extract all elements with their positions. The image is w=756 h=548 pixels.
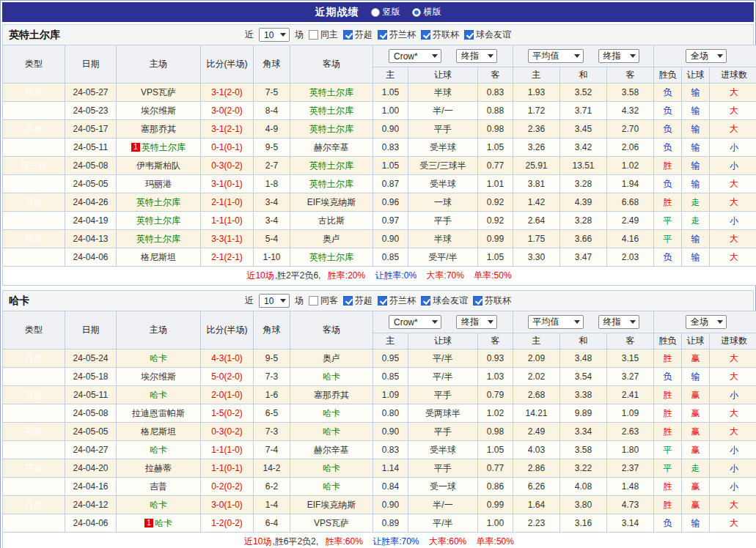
competition-checkbox-2[interactable]: 芬兰杯: [378, 295, 416, 307]
team-link[interactable]: 哈卡: [150, 445, 167, 455]
final-odds-select[interactable]: 终指: [598, 315, 639, 329]
matches-body: 芬超24-05-24哈卡4-3(1-0)9-5奥卢0.95平/半0.932.09…: [3, 349, 756, 533]
team-link[interactable]: 哈卡: [155, 518, 172, 528]
team-link[interactable]: 拉迪恩雷帕斯: [132, 408, 185, 418]
team-link[interactable]: EIF埃克纳斯: [307, 500, 356, 510]
cell-asian-handicap: 平手: [408, 423, 478, 441]
odds-company-select[interactable]: Crow*: [389, 315, 441, 329]
final-odds-select[interactable]: 终指: [456, 315, 497, 329]
team-link[interactable]: 奥卢: [323, 353, 340, 363]
team-header: 英特土尔库 近 10 场 同主 芬超 芬兰杯 芬联杯 球会友谊: [2, 24, 754, 45]
checkbox-checked-icon[interactable]: [343, 296, 353, 306]
competition-checkbox-1[interactable]: 芬超: [343, 295, 373, 307]
radio-horizontal-label: 横版: [424, 6, 441, 18]
team-link[interactable]: 伊韦斯柏队: [136, 160, 180, 171]
checkbox-checked-icon[interactable]: [464, 30, 474, 40]
team-link[interactable]: VPS瓦萨: [314, 518, 349, 528]
cell-euro-draw-odds: 3.42: [560, 138, 607, 157]
cell-match-result: 胜: [654, 478, 682, 496]
team-link[interactable]: 英特土尔库: [309, 87, 353, 97]
team-link[interactable]: 塞那乔其: [314, 390, 349, 400]
team-link[interactable]: 英特土尔库: [309, 179, 353, 189]
team-link[interactable]: 吉普: [150, 481, 167, 492]
team-link[interactable]: 哈卡: [323, 371, 340, 382]
competition-label: 球会友谊: [476, 29, 511, 41]
cell-goals-result: 小: [710, 386, 756, 404]
team-link[interactable]: 哈卡: [323, 426, 340, 437]
cell-goals-result: 大: [710, 193, 756, 212]
cell-score: 1-5(0-2): [201, 404, 254, 423]
cell-league-type: 芬超: [3, 368, 65, 386]
team-link[interactable]: 哈卡: [150, 390, 167, 400]
cell-date: 24-05-17: [65, 120, 117, 138]
team-link[interactable]: 哈卡: [323, 463, 340, 473]
team-link[interactable]: 英特土尔库: [309, 252, 353, 262]
radio-unselected-icon[interactable]: [371, 8, 380, 17]
cell-score: 1-1(1-0): [201, 212, 254, 230]
same-venue-checkbox[interactable]: 同客: [309, 295, 338, 307]
checkbox-checked-icon[interactable]: [421, 30, 430, 40]
team-link[interactable]: 埃尔维斯: [141, 371, 176, 382]
checkbox-checked-icon[interactable]: [343, 30, 353, 40]
team-link[interactable]: 赫尔辛基: [314, 142, 349, 152]
average-odds-select[interactable]: 平均值: [528, 49, 584, 63]
team-link[interactable]: 玛丽港: [145, 179, 172, 189]
checkbox-checked-icon[interactable]: [378, 296, 387, 306]
games-count-select[interactable]: 10: [259, 28, 290, 42]
fulltime-select[interactable]: 全场: [686, 315, 727, 329]
cell-goals-result: 大: [710, 102, 756, 120]
average-odds-select[interactable]: 平均值: [528, 315, 584, 329]
asian-odds-header: Crow* 终指: [373, 311, 513, 333]
competition-checkbox-2[interactable]: 芬兰杯: [378, 29, 416, 41]
checkbox-unchecked-icon[interactable]: [309, 30, 318, 40]
checkbox-checked-icon[interactable]: [378, 30, 387, 40]
team-link[interactable]: 塞那乔其: [141, 124, 176, 134]
competition-checkbox-3[interactable]: 球会友谊: [421, 295, 468, 307]
team-link[interactable]: 哈卡: [150, 500, 167, 510]
cell-home-team: VPS瓦萨: [117, 84, 201, 102]
team-link[interactable]: 拉赫蒂: [145, 463, 172, 473]
team-link[interactable]: 英特土尔库: [309, 105, 353, 116]
radio-vertical-layout[interactable]: 竖版: [371, 6, 400, 18]
cell-asian-away-odds: 1.00: [478, 514, 513, 533]
chevron-down-icon: [432, 54, 438, 58]
cell-asian-home-odds: 0.83: [373, 441, 408, 459]
team-link[interactable]: 英特土尔库: [136, 215, 180, 226]
fulltime-select[interactable]: 全场: [686, 49, 727, 63]
competition-checkbox-1[interactable]: 芬超: [343, 29, 373, 41]
cell-corners: 7-3: [254, 368, 290, 386]
col-score: 比分(半场): [201, 311, 254, 349]
competition-checkbox-4[interactable]: 芬联杯: [473, 295, 511, 307]
team-link[interactable]: 英特土尔库: [136, 234, 180, 244]
final-odds-select[interactable]: 终指: [456, 49, 497, 63]
team-link[interactable]: 奥卢: [323, 234, 340, 244]
checkbox-checked-icon[interactable]: [421, 296, 430, 306]
radio-selected-icon[interactable]: [412, 8, 421, 17]
competition-checkbox-4[interactable]: 球会友谊: [464, 29, 511, 41]
team-link[interactable]: 哈卡: [323, 481, 340, 492]
summary-recent: 近10场: [244, 536, 271, 547]
team-link[interactable]: 英特土尔库: [309, 124, 353, 134]
radio-horizontal-layout[interactable]: 横版: [412, 6, 441, 18]
team-link[interactable]: EIF埃克纳斯: [307, 197, 356, 207]
same-venue-checkbox[interactable]: 同主: [309, 29, 338, 41]
odds-company-select[interactable]: Crow*: [389, 49, 441, 63]
team-link[interactable]: 英特土尔库: [309, 160, 353, 171]
games-count-select[interactable]: 10: [259, 294, 290, 308]
team-link[interactable]: 英特土尔库: [142, 142, 186, 152]
team-link[interactable]: 格尼斯坦: [141, 426, 176, 437]
team-link[interactable]: VPS瓦萨: [141, 87, 176, 97]
team-link[interactable]: 英特土尔库: [136, 197, 180, 207]
final-odds-select[interactable]: 终指: [598, 49, 639, 63]
team-link[interactable]: 哈卡: [323, 408, 340, 418]
col-home: 主场: [117, 311, 201, 349]
team-link[interactable]: 埃尔维斯: [141, 105, 176, 116]
cell-league-type: 芬超: [3, 175, 65, 193]
checkbox-checked-icon[interactable]: [473, 296, 482, 306]
team-link[interactable]: 古比斯: [318, 215, 345, 226]
team-link[interactable]: 格尼斯坦: [141, 252, 176, 262]
competition-checkbox-3[interactable]: 芬联杯: [421, 29, 459, 41]
checkbox-unchecked-icon[interactable]: [309, 296, 318, 306]
team-link[interactable]: 哈卡: [150, 353, 167, 363]
team-link[interactable]: 赫尔辛基: [314, 445, 349, 455]
